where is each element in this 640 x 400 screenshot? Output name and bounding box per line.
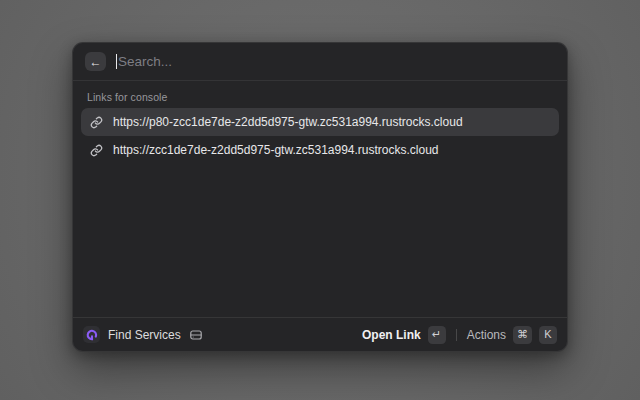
back-arrow-icon: ← — [90, 56, 102, 68]
search-input[interactable]: Search... — [116, 54, 555, 69]
open-link-button[interactable]: Open Link — [362, 328, 421, 342]
back-button[interactable]: ← — [85, 52, 106, 71]
return-key-icon: ↵ — [428, 326, 446, 344]
section-header: Links for console — [81, 85, 559, 108]
footer-actions: Open Link ↵ Actions ⌘ K — [362, 326, 557, 344]
results-list: Links for console https://p80-zcc1de7de-… — [73, 81, 567, 317]
link-result-row[interactable]: https://p80-zcc1de7de-z2dd5d975-gtw.zc53… — [81, 108, 559, 136]
command-key-icon: ⌘ — [513, 326, 532, 344]
link-url-text: https://p80-zcc1de7de-z2dd5d975-gtw.zc53… — [113, 115, 463, 129]
footer-divider — [456, 329, 457, 341]
actions-button[interactable]: Actions — [467, 328, 506, 342]
search-bar: ← Search... — [73, 43, 567, 81]
link-result-row[interactable]: https://zcc1de7de-z2dd5d975-gtw.zc531a99… — [81, 136, 559, 164]
link-icon — [90, 116, 103, 129]
link-icon — [90, 144, 103, 157]
footer-bar: Find Services Open Link ↵ Actions ⌘ K — [73, 317, 567, 351]
k-key-icon: K — [539, 326, 557, 344]
link-rows: https://p80-zcc1de7de-z2dd5d975-gtw.zc53… — [81, 108, 559, 164]
search-placeholder: Search... — [118, 54, 172, 69]
link-url-text: https://zcc1de7de-z2dd5d975-gtw.zc531a99… — [113, 143, 439, 157]
command-name-label: Find Services — [108, 328, 181, 342]
text-caret — [116, 54, 117, 69]
app-logo-icon — [83, 326, 100, 343]
hard-drive-icon — [189, 328, 203, 342]
command-palette-window: ← Search... Links for console https://p8… — [72, 42, 568, 352]
